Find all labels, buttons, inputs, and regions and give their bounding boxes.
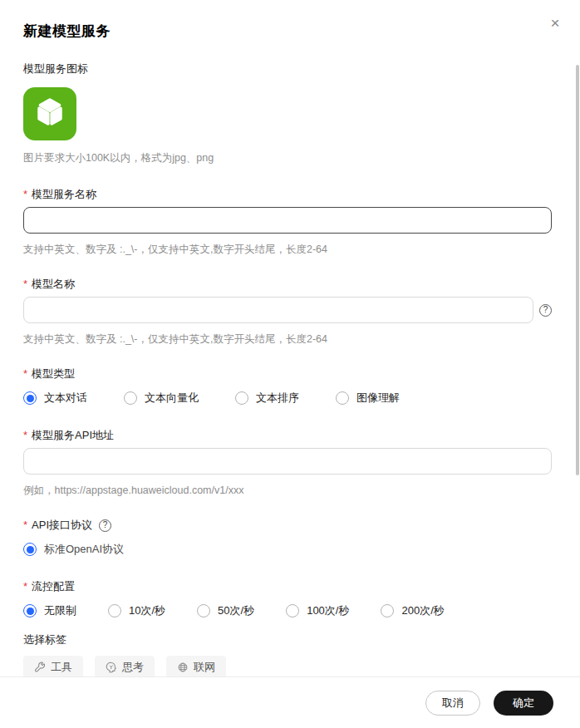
radio-option-50qps[interactable]: 50次/秒 xyxy=(197,603,254,618)
service-icon-picker[interactable] xyxy=(23,87,76,140)
radio-unselected-icon xyxy=(336,391,349,405)
radio-option-label: 文本向量化 xyxy=(145,391,199,406)
help-icon[interactable]: ? xyxy=(539,304,552,317)
service-name-label: 模型服务名称 xyxy=(32,187,96,202)
radio-option-100qps[interactable]: 100次/秒 xyxy=(286,603,349,618)
tag-chip-tool[interactable]: 工具 xyxy=(23,656,83,679)
service-name-input[interactable] xyxy=(23,207,552,234)
required-asterisk: * xyxy=(23,277,27,292)
radio-option-200qps[interactable]: 200次/秒 xyxy=(381,603,444,618)
tag-chip-label: 联网 xyxy=(194,660,215,675)
radio-option-text-rerank[interactable]: 文本排序 xyxy=(235,391,299,406)
radio-option-label: 标准OpenAI协议 xyxy=(44,542,124,557)
tag-chip-label: 工具 xyxy=(51,660,72,675)
select-tags-label: 选择标签 xyxy=(23,632,552,647)
radio-selected-icon xyxy=(23,391,37,405)
radio-option-label: 100次/秒 xyxy=(307,603,349,618)
tag-chip-internet[interactable]: 联网 xyxy=(166,656,226,679)
radio-option-label: 50次/秒 xyxy=(218,603,254,618)
required-asterisk: * xyxy=(23,366,27,381)
radio-option-image-understanding[interactable]: 图像理解 xyxy=(336,391,400,406)
tag-chip-think[interactable]: 思考 xyxy=(95,656,155,679)
wrench-icon xyxy=(34,662,46,673)
radio-option-10qps[interactable]: 10次/秒 xyxy=(108,603,165,618)
required-asterisk: * xyxy=(23,428,27,443)
required-asterisk: * xyxy=(23,579,27,594)
radio-option-label: 无限制 xyxy=(44,603,76,618)
thinking-icon xyxy=(106,662,117,673)
api-address-label: 模型服务API地址 xyxy=(32,428,114,443)
tag-chip-row: 工具 思考 联网 xyxy=(23,656,552,679)
radio-option-label: 10次/秒 xyxy=(129,603,165,618)
flow-control-radio-group: 无限制 10次/秒 50次/秒 100次/秒 200次/秒 xyxy=(23,603,552,619)
flow-control-label: 流控配置 xyxy=(32,579,75,594)
radio-option-label: 200次/秒 xyxy=(401,603,444,618)
required-asterisk: * xyxy=(23,187,27,202)
radio-option-unlimited[interactable]: 无限制 xyxy=(23,603,76,618)
required-asterisk: * xyxy=(23,518,27,533)
close-icon[interactable]: × xyxy=(545,13,565,33)
radio-option-label: 文本对话 xyxy=(44,391,87,406)
radio-unselected-icon xyxy=(124,391,137,405)
api-address-input[interactable] xyxy=(23,448,552,475)
service-icon-label: 模型服务图标 xyxy=(23,61,552,76)
help-icon[interactable]: ? xyxy=(99,519,111,532)
radio-unselected-icon xyxy=(197,604,210,617)
api-address-hint: 例如，https://appstage.huaweicloud.com/v1/x… xyxy=(23,483,552,498)
api-protocol-label: API接口协议 xyxy=(32,518,92,533)
model-name-input[interactable] xyxy=(23,297,533,323)
model-name-hint: 支持中英文、数字及 :._\-，仅支持中英文,数字开头结尾，长度2-64 xyxy=(23,332,552,347)
radio-unselected-icon xyxy=(381,604,394,617)
globe-icon xyxy=(177,662,189,673)
tag-chip-label: 思考 xyxy=(122,660,144,675)
cube-icon xyxy=(31,94,69,135)
cancel-button[interactable]: 取消 xyxy=(425,691,480,716)
model-type-label: 模型类型 xyxy=(32,366,75,381)
dialog-footer: 取消 确定 xyxy=(0,676,580,728)
dialog-title: 新建模型服务 xyxy=(23,22,557,42)
api-protocol-radio-group: 标准OpenAI协议 xyxy=(23,541,552,558)
radio-option-label: 图像理解 xyxy=(356,391,400,406)
service-name-hint: 支持中英文、数字及 :._\-，仅支持中英文,数字开头结尾，长度2-64 xyxy=(23,242,552,257)
radio-option-text-chat[interactable]: 文本对话 xyxy=(23,391,87,406)
scrollbar-thumb[interactable] xyxy=(576,65,579,475)
icon-requirements-hint: 图片要求大小100K以内，格式为jpg、png xyxy=(23,150,552,165)
radio-unselected-icon xyxy=(235,391,248,405)
radio-option-label: 文本排序 xyxy=(256,391,299,406)
radio-option-openai-protocol[interactable]: 标准OpenAI协议 xyxy=(23,542,124,557)
radio-unselected-icon xyxy=(286,604,299,617)
radio-selected-icon xyxy=(23,543,37,556)
model-type-radio-group: 文本对话 文本向量化 文本排序 图像理解 xyxy=(23,390,552,406)
radio-unselected-icon xyxy=(108,604,121,617)
radio-option-text-embedding[interactable]: 文本向量化 xyxy=(124,391,199,406)
confirm-button[interactable]: 确定 xyxy=(494,691,553,716)
model-name-label: 模型名称 xyxy=(32,277,75,292)
dialog-body: 模型服务图标 图片要求大小100K以内，格式为jpg、png * 模型服务名称 … xyxy=(0,61,580,679)
radio-selected-icon xyxy=(23,604,37,617)
